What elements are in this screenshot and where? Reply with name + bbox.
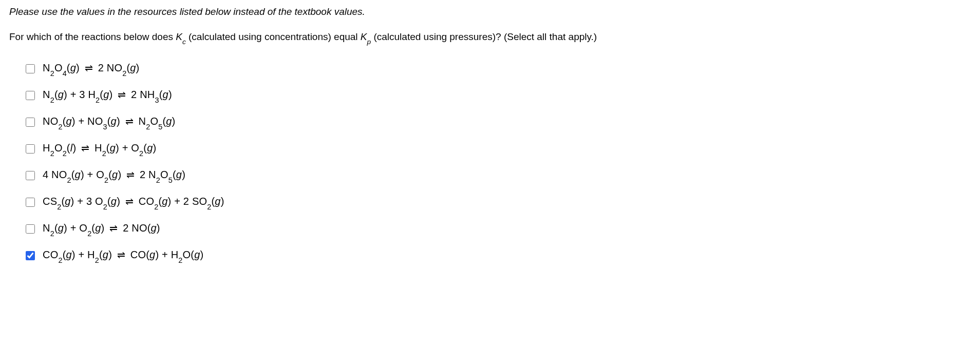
option-row-1[interactable]: N2O4(g) ⇌ 2 NO2(g)	[24, 57, 971, 81]
question-prompt: For which of the reactions below does Kc…	[9, 30, 971, 46]
checkbox-reaction-8[interactable]	[26, 251, 35, 260]
equilibrium-arrow-icon: ⇌	[116, 89, 128, 100]
checkbox-reaction-6[interactable]	[26, 198, 35, 207]
equilibrium-arrow-icon: ⇌	[124, 169, 137, 180]
equilibrium-arrow-icon: ⇌	[115, 249, 127, 260]
checkbox-reaction-5[interactable]	[26, 171, 35, 180]
checkbox-reaction-1[interactable]	[26, 64, 35, 73]
equation-8: CO2(g) + H2(g) ⇌ CO(g) + H2O(g)	[43, 249, 203, 262]
equation-3: NO2(g) + NO3(g) ⇌ N2O5(g)	[43, 116, 175, 129]
equation-1: N2O4(g) ⇌ 2 NO2(g)	[43, 62, 139, 75]
equation-6: CS2(g) + 3 O2(g) ⇌ CO2(g) + 2 SO2(g)	[43, 196, 224, 209]
equation-2: N2(g) + 3 H2(g) ⇌ 2 NH3(g)	[43, 89, 172, 102]
options-list: N2O4(g) ⇌ 2 NO2(g) N2(g) + 3 H2(g) ⇌ 2 N…	[9, 57, 971, 267]
checkbox-reaction-3[interactable]	[26, 118, 35, 127]
option-row-4[interactable]: H2O2(l) ⇌ H2(g) + O2(g)	[24, 137, 971, 161]
resource-instruction: Please use the values in the resources l…	[9, 6, 971, 17]
equilibrium-arrow-icon: ⇌	[79, 143, 91, 153]
equilibrium-arrow-icon: ⇌	[83, 63, 95, 73]
checkbox-reaction-2[interactable]	[26, 91, 35, 100]
equation-7: N2(g) + O2(g) ⇌ 2 NO(g)	[43, 222, 160, 236]
prompt-kp-paren: (calculated using pressures)? (Select al…	[373, 31, 597, 42]
option-row-3[interactable]: NO2(g) + NO3(g) ⇌ N2O5(g)	[24, 110, 971, 134]
equilibrium-arrow-icon: ⇌	[123, 116, 136, 127]
checkbox-reaction-4[interactable]	[26, 144, 35, 153]
prompt-lead: For which of the reactions below does	[9, 31, 176, 42]
option-row-5[interactable]: 4 NO2(g) + O2(g) ⇌ 2 N2O5(g)	[24, 164, 971, 187]
option-row-6[interactable]: CS2(g) + 3 O2(g) ⇌ CO2(g) + 2 SO2(g)	[24, 190, 971, 214]
option-row-8[interactable]: CO2(g) + H2(g) ⇌ CO(g) + H2O(g)	[24, 244, 971, 267]
option-row-2[interactable]: N2(g) + 3 H2(g) ⇌ 2 NH3(g)	[24, 84, 971, 107]
prompt-kc-paren: (calculated using concentrations) equal	[189, 31, 361, 42]
equilibrium-arrow-icon: ⇌	[107, 223, 120, 234]
equilibrium-arrow-icon: ⇌	[123, 196, 136, 207]
option-row-7[interactable]: N2(g) + O2(g) ⇌ 2 NO(g)	[24, 217, 971, 241]
kc-symbol: Kc	[176, 31, 186, 42]
equation-5: 4 NO2(g) + O2(g) ⇌ 2 N2O5(g)	[43, 169, 185, 182]
checkbox-reaction-7[interactable]	[26, 224, 35, 234]
kp-symbol: Kp	[361, 31, 371, 42]
equation-4: H2O2(l) ⇌ H2(g) + O2(g)	[43, 142, 156, 156]
